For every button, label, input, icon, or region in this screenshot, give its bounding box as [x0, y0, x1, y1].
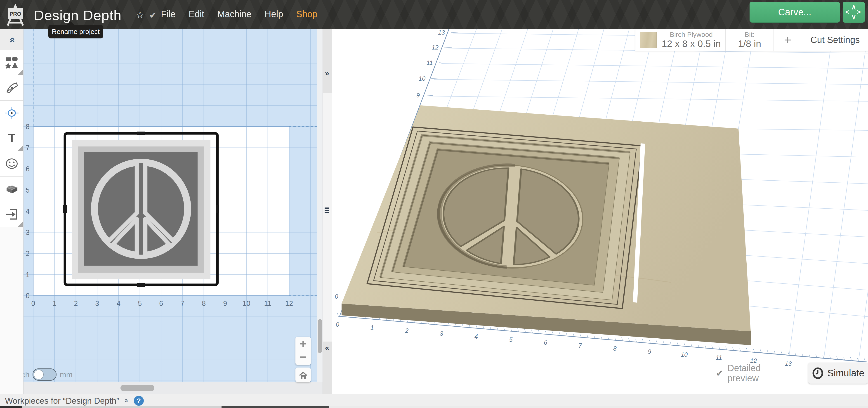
cut-settings-button[interactable]: Cut Settings [802, 29, 868, 51]
preview-panel-3d[interactable]: 01234567891011121314159101112130 Birch P… [332, 29, 868, 394]
workpiece-tray-edge [329, 406, 868, 408]
rename-project-tooltip: Rename project [49, 25, 103, 38]
jog-down-icon[interactable]: ∨ [851, 13, 856, 20]
x-axis-label: 10 [681, 351, 688, 358]
material-bar: Birch Plywood 12 x 8 x 0.5 in Bit: 1/8 i… [635, 29, 868, 51]
y-axis-label: 10 [418, 75, 426, 82]
material-dimensions: 12 x 8 x 0.5 in [662, 38, 721, 49]
simulate-button[interactable]: Simulate [808, 363, 868, 384]
logo-pro-text: PRO [9, 11, 21, 17]
carve-button[interactable]: Carve... [749, 2, 840, 23]
favorite-star-icon[interactable]: ☆ [135, 9, 145, 21]
jog-left-icon[interactable]: < [845, 8, 849, 15]
ruler-label: 8 [202, 300, 206, 307]
ruler-label: 1 [53, 300, 57, 307]
menu-shop[interactable]: Shop [296, 9, 317, 19]
x-axis-label: 11 [716, 354, 722, 361]
bit-info[interactable]: Bit: 1/8 in [725, 29, 774, 51]
jog-machine-button[interactable]: ∧ ∨ < > [843, 2, 865, 23]
zoom-in-button[interactable]: + [296, 337, 311, 351]
x-axis-label: 8 [613, 345, 617, 352]
x-axis-label: 4 [474, 333, 478, 340]
ruler-label: 5 [26, 186, 30, 194]
home-icon [299, 371, 308, 380]
tool-3d-apps[interactable] [0, 177, 23, 202]
easel-pro-logo[interactable]: PRO [5, 3, 26, 26]
zoom-home-button[interactable] [296, 368, 311, 382]
divider-drag-handle[interactable] [324, 207, 329, 214]
simulate-label: Simulate [827, 368, 864, 379]
tool-shapes[interactable] [0, 50, 23, 75]
unit-mm-label: mm [60, 370, 72, 379]
x-axis-label: 2 [405, 327, 408, 334]
x-axis-label: 0 [336, 321, 339, 328]
x-axis-label: 1 [370, 324, 374, 331]
saved-check-icon: ✔ [149, 10, 157, 20]
app-header: PRO Design Depth ☆ ✔ File Edit Machine H… [0, 0, 868, 29]
material-name: Birch Plywood [670, 31, 713, 38]
workpieces-collapse-icon[interactable]: » [122, 399, 129, 403]
vertical-scrollbar-thumb[interactable] [318, 319, 322, 353]
vertical-ruler: 012345678 [26, 123, 30, 300]
import-icon [5, 208, 18, 221]
material-swatch[interactable] [640, 32, 657, 49]
detailed-preview-check-icon[interactable]: ✔ [716, 368, 723, 378]
workpieces-help-icon[interactable]: ? [134, 396, 144, 406]
y-axis-label: 12 [432, 44, 438, 51]
jog-right-icon[interactable]: > [857, 8, 861, 15]
ruler-label: 9 [223, 300, 227, 307]
add-bit-button[interactable]: + [774, 29, 802, 51]
zoom-out-button[interactable]: − [296, 351, 311, 365]
bit-label: Bit: [745, 31, 754, 38]
expand-right-icon[interactable]: » [322, 69, 332, 77]
tool-origin-target[interactable] [0, 101, 23, 126]
smiley-icon [5, 157, 18, 170]
ruler-label: 8 [26, 123, 30, 131]
menu-machine[interactable]: Machine [217, 9, 251, 19]
panel-divider[interactable]: » « [322, 29, 332, 394]
design-toolbar: » T [0, 29, 24, 394]
menu-edit[interactable]: Edit [188, 9, 204, 19]
tool-flyout-fold [18, 145, 23, 151]
ruler-label: 10 [243, 300, 250, 307]
bit-size: 1/8 in [738, 38, 761, 49]
ruler-label: 11 [264, 300, 272, 307]
horizontal-scrollbar-thumb[interactable] [121, 385, 154, 391]
tool-flyout-fold [18, 221, 23, 227]
y-axis-label: 13 [438, 29, 445, 36]
ruler-label: 2 [26, 250, 30, 257]
horizontal-scrollbar[interactable] [0, 382, 322, 394]
y-axis-label: 9 [416, 92, 420, 99]
ruler-label: 4 [117, 300, 121, 307]
pen-icon [5, 81, 18, 94]
target-crosshair-icon [4, 106, 19, 120]
workpiece-thumbnail-edge[interactable] [0, 406, 22, 408]
toggle-knob[interactable] [34, 370, 43, 379]
menu-bar: File Edit Machine Help Shop [161, 9, 317, 19]
vertical-scrollbar[interactable] [317, 29, 323, 382]
shapes-icon [5, 56, 18, 69]
carve-pocket[interactable] [84, 152, 197, 265]
workpiece-thumbnail-edge[interactable] [221, 406, 329, 408]
ruler-label: 1 [26, 271, 30, 279]
tool-icons-library[interactable] [0, 151, 23, 177]
project-title[interactable]: Design Depth [34, 7, 122, 23]
toolbar-collapse-button[interactable]: » [0, 29, 23, 50]
detailed-preview-label[interactable]: Detailed preview [727, 363, 793, 383]
workpiece-thumbnail-edge[interactable] [22, 406, 221, 408]
tool-pen[interactable] [0, 75, 23, 101]
tool-text[interactable]: T [0, 126, 23, 151]
menu-help[interactable]: Help [265, 9, 283, 19]
x-axis-label: 7 [579, 342, 582, 349]
material-info[interactable]: Birch Plywood 12 x 8 x 0.5 in [636, 29, 725, 51]
menu-file[interactable]: File [161, 9, 176, 19]
unit-toggle[interactable] [33, 369, 57, 381]
y-origin-label: 0 [335, 293, 338, 300]
ruler-label: 6 [159, 300, 163, 307]
tool-import[interactable] [0, 202, 23, 227]
expand-left-icon[interactable]: « [322, 343, 332, 352]
x-axis-label: 9 [648, 348, 651, 355]
ruler-label: 0 [31, 300, 35, 307]
jog-up-icon[interactable]: ∧ [851, 4, 856, 10]
design-canvas-2d[interactable]: 012345678 0123456789101112 [23, 29, 317, 382]
